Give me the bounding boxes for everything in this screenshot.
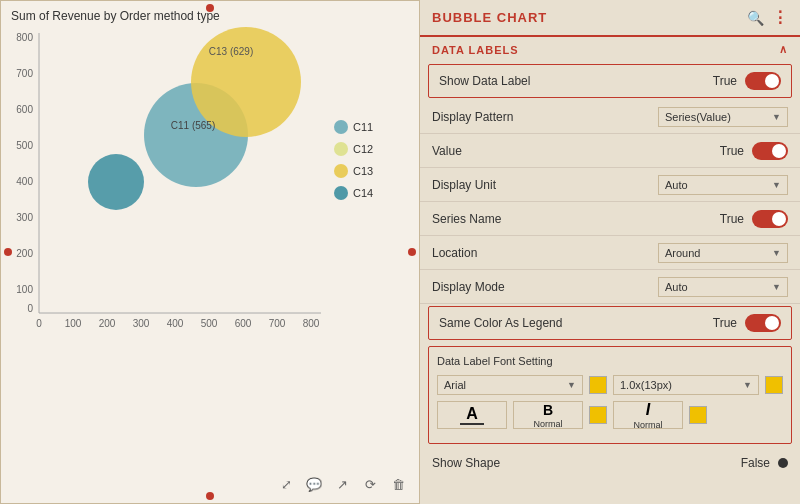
chevron-down-icon-5: ▼: [567, 380, 576, 390]
svg-text:600: 600: [16, 104, 33, 115]
bold-icon: A: [460, 405, 484, 425]
collapse-icon[interactable]: ∧: [779, 43, 788, 56]
display-unit-select[interactable]: Auto ▼: [658, 175, 788, 195]
svg-text:0: 0: [36, 318, 42, 329]
show-shape-row: Show Shape False: [420, 448, 800, 478]
same-color-row: Same Color As Legend True: [428, 306, 792, 340]
svg-text:100: 100: [65, 318, 82, 329]
resize-handle-top[interactable]: [206, 4, 214, 12]
show-data-label-label: Show Data Label: [439, 74, 713, 88]
value-label: Value: [432, 144, 720, 158]
svg-text:400: 400: [16, 176, 33, 187]
search-icon[interactable]: 🔍: [747, 10, 764, 26]
svg-text:400: 400: [167, 318, 184, 329]
italic-normal-label: Normal: [633, 420, 662, 430]
data-labels-header: DATA LABELS ∧: [420, 37, 800, 62]
svg-text:500: 500: [16, 140, 33, 151]
chevron-down-icon-3: ▼: [772, 248, 781, 258]
style-normal-label: Normal: [533, 419, 562, 429]
chevron-down-icon: ▼: [772, 112, 781, 122]
style-color-swatch[interactable]: [589, 406, 607, 424]
svg-text:200: 200: [99, 318, 116, 329]
svg-text:C14: C14: [353, 187, 373, 199]
svg-point-27: [334, 142, 348, 156]
location-row: Location Around ▼: [420, 236, 800, 270]
location-select[interactable]: Around ▼: [658, 243, 788, 263]
value-toggle[interactable]: [752, 142, 788, 160]
series-name-label: Series Name: [432, 212, 720, 226]
chart-toolbar: ⤢ 💬 ↗ ⟳ 🗑: [275, 473, 409, 495]
display-pattern-select[interactable]: Series(Value) ▼: [658, 107, 788, 127]
font-size-select[interactable]: 1.0x(13px) ▼: [613, 375, 759, 395]
font-color-swatch[interactable]: [589, 376, 607, 394]
share-icon[interactable]: ↗: [331, 473, 353, 495]
font-size-color-swatch[interactable]: [765, 376, 783, 394]
svg-text:0: 0: [27, 303, 33, 314]
display-pattern-row: Display Pattern Series(Value) ▼: [420, 100, 800, 134]
display-mode-select[interactable]: Auto ▼: [658, 277, 788, 297]
font-style-row: A B Normal I Normal: [437, 401, 783, 429]
svg-text:300: 300: [133, 318, 150, 329]
show-data-label-toggle[interactable]: [745, 72, 781, 90]
svg-text:200: 200: [16, 248, 33, 259]
comment-icon[interactable]: 💬: [303, 473, 325, 495]
display-pattern-label: Display Pattern: [432, 110, 658, 124]
delete-icon[interactable]: 🗑: [387, 473, 409, 495]
panel-header: BUBBLE CHART 🔍 ⋮: [420, 0, 800, 37]
svg-point-25: [334, 120, 348, 134]
svg-text:800: 800: [303, 318, 320, 329]
svg-text:700: 700: [16, 68, 33, 79]
italic-normal-button[interactable]: I Normal: [613, 401, 683, 429]
svg-text:500: 500: [201, 318, 218, 329]
svg-text:C13: C13: [353, 165, 373, 177]
refresh-icon[interactable]: ⟳: [359, 473, 381, 495]
resize-handle-bottom[interactable]: [206, 492, 214, 500]
display-unit-row: Display Unit Auto ▼: [420, 168, 800, 202]
chevron-down-icon-4: ▼: [772, 282, 781, 292]
same-color-value: True: [713, 316, 737, 330]
display-unit-value: Auto: [665, 179, 688, 191]
display-pattern-value: Series(Value): [665, 111, 731, 123]
chart-panel: Sum of Revenue by Order method type 800 …: [0, 0, 420, 504]
more-icon[interactable]: ⋮: [772, 8, 788, 27]
svg-text:300: 300: [16, 212, 33, 223]
svg-point-20: [88, 154, 144, 210]
same-color-label: Same Color As Legend: [439, 316, 713, 330]
display-mode-value: Auto: [665, 281, 688, 293]
panel-title: BUBBLE CHART: [432, 10, 547, 25]
style-normal-button[interactable]: B Normal: [513, 401, 583, 429]
same-color-toggle[interactable]: [745, 314, 781, 332]
series-name-row: Series Name True: [420, 202, 800, 236]
chevron-down-icon-6: ▼: [743, 380, 752, 390]
style-bold-icon: B: [543, 402, 553, 418]
font-size-value: 1.0x(13px): [620, 379, 672, 391]
svg-point-29: [334, 164, 348, 178]
panel-icons: 🔍 ⋮: [747, 8, 788, 27]
bold-button[interactable]: A: [437, 401, 507, 429]
svg-text:700: 700: [269, 318, 286, 329]
font-name-select[interactable]: Arial ▼: [437, 375, 583, 395]
data-labels-title: DATA LABELS: [432, 44, 519, 56]
show-shape-value: False: [741, 456, 770, 470]
svg-point-31: [334, 186, 348, 200]
font-name-value: Arial: [444, 379, 466, 391]
display-mode-row: Display Mode Auto ▼: [420, 270, 800, 304]
svg-text:100: 100: [16, 284, 33, 295]
svg-text:C11: C11: [353, 121, 373, 133]
font-section-title: Data Label Font Setting: [437, 355, 783, 367]
svg-text:C11 (565): C11 (565): [171, 120, 215, 131]
series-name-value: True: [720, 212, 744, 226]
location-value: Around: [665, 247, 700, 259]
expand-icon[interactable]: ⤢: [275, 473, 297, 495]
svg-text:C13 (629): C13 (629): [209, 46, 253, 57]
show-shape-indicator: [778, 458, 788, 468]
chevron-down-icon-2: ▼: [772, 180, 781, 190]
resize-handle-right[interactable]: [408, 248, 416, 256]
display-mode-label: Display Mode: [432, 280, 658, 294]
italic-icon: I: [646, 401, 650, 419]
italic-color-swatch[interactable]: [689, 406, 707, 424]
svg-text:800: 800: [16, 32, 33, 43]
value-row: Value True: [420, 134, 800, 168]
location-label: Location: [432, 246, 658, 260]
series-name-toggle[interactable]: [752, 210, 788, 228]
